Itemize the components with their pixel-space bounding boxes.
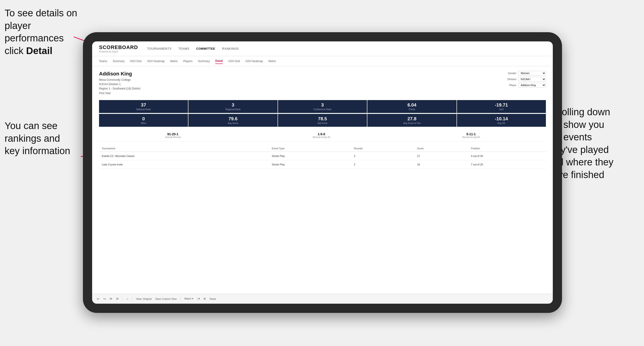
stat-label-adj-score: Adj Score <box>280 122 365 125</box>
stat-value-avg-par: 27.8 <box>369 116 454 122</box>
player-division: NJCAA Division 1 <box>99 82 140 86</box>
record-top50: 5-11-1 Record vs top 50 <box>462 132 480 139</box>
stat-avg-sg: -10.14 Avg SG <box>457 114 546 127</box>
toolbar-divider3 <box>180 297 180 301</box>
record-overall: 91-20-1 Overall Record <box>165 132 180 139</box>
rounds-1: 2 <box>351 152 414 160</box>
toolbar-redo[interactable]: ↪ <box>103 297 106 301</box>
sub-nav-summary[interactable]: Summary <box>113 59 124 64</box>
toolbar-grid[interactable]: ⊞ <box>204 297 206 300</box>
event-type-1: Stroke Play <box>269 152 351 160</box>
stat-label-regional: Regional Rank <box>190 108 276 111</box>
nav-committee[interactable]: COMMITTEE <box>196 46 215 51</box>
toolbar-divider2 <box>132 297 132 301</box>
sub-nav-teams[interactable]: Teams <box>99 59 107 64</box>
rounds-2: 2 <box>351 160 414 169</box>
stat-avg-score: 79.6 Avg Score <box>188 114 277 127</box>
record-value-top50: 5-11-1 <box>462 132 480 136</box>
sub-nav-h2h-grid[interactable]: H2H Grid <box>130 59 142 64</box>
tablet-frame: SCOREBOARD Powered by clippd TOURNAMENTS… <box>83 32 562 313</box>
division-select[interactable]: NJCAA I <box>518 77 546 81</box>
gender-label: Gender <box>502 72 516 75</box>
toolbar-share[interactable]: Share <box>209 298 216 300</box>
sub-nav-h2h-heatmap[interactable]: H2H Heatmap <box>147 59 165 64</box>
record-top25: 1-5-0 Record vs top 25 <box>313 132 330 139</box>
stat-value-regional: 3 <box>190 102 276 108</box>
stats-row-2: 0 Wins 79.6 Avg Score 78.5 Adj Score 27.… <box>99 114 546 127</box>
record-label-overall: Overall Record <box>165 136 180 139</box>
stat-label-avg-score: Avg Score <box>190 122 276 125</box>
position-1: 4 out of 20 <box>468 152 546 160</box>
col-score: Score <box>414 145 468 152</box>
toolbar-undo[interactable]: ↩ <box>97 297 100 301</box>
logo-sub: Powered by clippd <box>99 50 138 53</box>
app-header: SCOREBOARD Powered by clippd TOURNAMENTS… <box>92 41 553 56</box>
toolbar-divider <box>122 297 123 301</box>
player-region: Region 1 - Southwest (18) District <box>99 86 140 91</box>
gender-control: Gender Women <box>502 71 546 75</box>
records-row: 91-20-1 Overall Record 1-5-0 Record vs t… <box>99 130 546 142</box>
nav-teams[interactable]: TEAMS <box>178 46 189 51</box>
stat-points: 6.04 Points <box>367 100 456 113</box>
player-controls: Gender Women Division NJCAA I Player <box>502 71 546 95</box>
toolbar-circle[interactable]: ○ <box>126 297 128 301</box>
toolbar-refresh1[interactable]: ⟳ <box>110 297 112 301</box>
stat-label-avg-par: Avg Score to Par <box>369 122 454 125</box>
stats-row-1: 37 National Rank 3 Regional Rank 3 Confe… <box>99 100 546 113</box>
stat-wins: 0 Wins <box>99 114 188 127</box>
toolbar-view-original[interactable]: View: Original <box>136 298 152 300</box>
record-label-top25: Record vs top 25 <box>313 136 330 139</box>
toolbar-save-custom[interactable]: Save Custom View <box>155 298 177 300</box>
sub-nav-matrix2[interactable]: Matrix <box>268 59 276 64</box>
stat-label-sos: SoS <box>459 108 544 111</box>
sub-nav-h2h-grid2[interactable]: H2H Grid <box>228 59 240 64</box>
scoreboard-logo: SCOREBOARD Powered by clippd <box>99 44 138 53</box>
sub-nav-h2h-heatmap2[interactable]: H2H Heatmap <box>245 59 263 64</box>
stat-value-avg-score: 79.6 <box>190 116 276 122</box>
col-event-type: Event Type <box>269 145 351 152</box>
gender-select[interactable]: Women <box>518 71 546 75</box>
player-control: Player Addison King <box>502 83 546 87</box>
player-name: Addison King <box>99 71 140 77</box>
nav-items: TOURNAMENTS TEAMS COMMITTEE RANKINGS <box>147 46 238 51</box>
stat-value-adj-score: 78.5 <box>280 116 365 122</box>
record-label-top50: Record vs top 50 <box>462 136 480 139</box>
stat-label-wins: Wins <box>101 122 186 125</box>
sub-nav: Teams Summary H2H Grid H2H Heatmap Matri… <box>92 56 553 66</box>
col-position: Position <box>468 145 546 152</box>
event-type-2: Stroke Play <box>269 160 351 169</box>
record-value-top25: 1-5-0 <box>313 132 330 136</box>
score-1: 17 <box>414 152 468 160</box>
nav-rankings[interactable]: RANKINGS <box>222 46 238 51</box>
stat-sos: -19.71 SoS <box>457 100 546 113</box>
stat-regional-rank: 3 Regional Rank <box>188 100 277 113</box>
score-2: 16 <box>414 160 468 169</box>
bottom-toolbar: ↩ ↪ ⟳ ⟳ ○ View: Original Save Custom Vie… <box>92 294 553 304</box>
tablet-screen: SCOREBOARD Powered by clippd TOURNAMENTS… <box>92 41 553 304</box>
player-detail: Addison King Mesa Community College NJCA… <box>99 71 546 95</box>
table-row: Estella CC- Mountain Classic Stroke Play… <box>99 152 546 160</box>
stat-adj-score: 78.5 Adj Score <box>278 114 367 127</box>
col-tournament: Tournament <box>99 145 230 152</box>
stat-value-points: 6.04 <box>369 102 454 108</box>
toolbar-device[interactable]: □▾ <box>197 297 200 300</box>
stat-value-wins: 0 <box>101 116 186 122</box>
toolbar-refresh2[interactable]: ⟳ <box>116 297 119 301</box>
tournament-name-1: Estella CC- Mountain Classic <box>99 152 269 160</box>
stat-value-avg-sg: -10.14 <box>459 116 544 122</box>
sub-nav-summary2[interactable]: Summary <box>198 59 210 64</box>
player-year: First Year <box>99 91 140 95</box>
annotation-bottom-left: You can see rankings and key information <box>4 120 88 157</box>
record-value-overall: 91-20-1 <box>165 132 180 136</box>
stat-label-national: National Rank <box>101 108 186 111</box>
player-select[interactable]: Addison King <box>518 83 546 87</box>
division-label: Division <box>502 78 516 81</box>
sub-nav-detail[interactable]: Detail <box>215 58 223 64</box>
position-2: 7 out of 20 <box>468 160 546 169</box>
sub-nav-players[interactable]: Players <box>183 59 192 64</box>
nav-tournaments[interactable]: TOURNAMENTS <box>147 46 172 51</box>
toolbar-watch[interactable]: Watch ▾ <box>184 297 194 300</box>
sub-nav-matrix[interactable]: Matrix <box>170 59 178 64</box>
logo-main: SCOREBOARD <box>99 44 138 50</box>
main-content[interactable]: Addison King Mesa Community College NJCA… <box>92 66 553 294</box>
